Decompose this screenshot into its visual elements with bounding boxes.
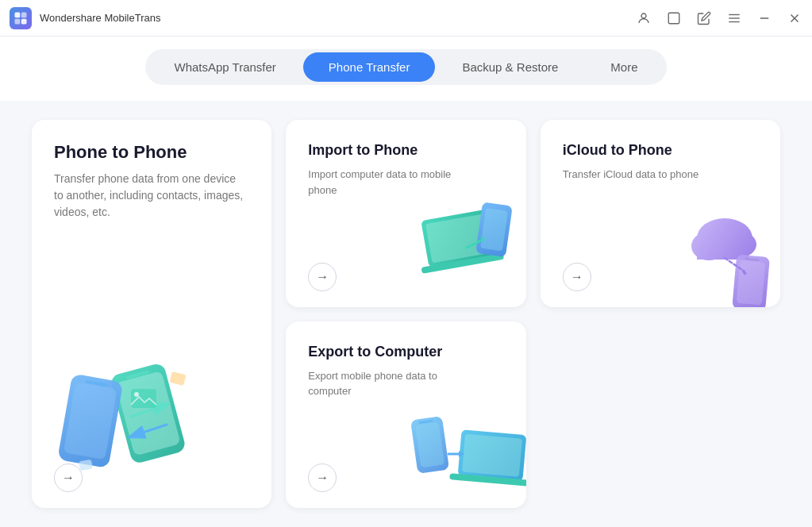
card-phone-to-phone-arrow[interactable]: → bbox=[54, 464, 83, 492]
card-phone-to-phone-title: Phone to Phone bbox=[54, 142, 249, 163]
edit-icon[interactable] bbox=[696, 10, 712, 26]
nav-tabs: WhatsApp Transfer Phone Transfer Backup … bbox=[145, 49, 666, 85]
main-content: WhatsApp Transfer Phone Transfer Backup … bbox=[0, 37, 812, 527]
card-import-to-phone[interactable]: Import to Phone Import computer data to … bbox=[286, 120, 525, 307]
svg-rect-13 bbox=[115, 371, 181, 456]
svg-rect-3 bbox=[21, 18, 27, 24]
card-export-to-computer[interactable]: Export to Computer Export mobile phone d… bbox=[286, 321, 525, 509]
nav-spacer bbox=[0, 85, 812, 101]
phone-to-phone-illustration bbox=[48, 325, 238, 468]
card-icloud-arrow[interactable]: → bbox=[563, 263, 591, 291]
card-phone-to-phone-desc: Transfer phone data from one device to a… bbox=[54, 171, 244, 221]
svg-rect-0 bbox=[15, 12, 21, 17]
cards-grid: Phone to Phone Transfer phone data from … bbox=[0, 101, 812, 527]
minimize-button[interactable] bbox=[756, 10, 772, 26]
tab-more[interactable]: More bbox=[585, 52, 663, 82]
nav-bar: WhatsApp Transfer Phone Transfer Backup … bbox=[0, 37, 812, 85]
svg-rect-20 bbox=[131, 389, 156, 408]
window-icon[interactable] bbox=[666, 10, 682, 26]
user-icon[interactable] bbox=[636, 10, 652, 26]
tab-backup[interactable]: Backup & Restore bbox=[437, 52, 583, 82]
close-button[interactable] bbox=[787, 10, 802, 26]
svg-rect-33 bbox=[737, 260, 766, 305]
card-export-desc: Export mobile phone data to computer bbox=[308, 368, 467, 399]
card-icloud-desc: Transfer iCloud data to phone bbox=[563, 167, 722, 183]
menu-icon[interactable] bbox=[726, 10, 742, 26]
card-import-desc: Import computer data to mobile phone bbox=[308, 167, 467, 198]
card-import-arrow[interactable]: → bbox=[308, 263, 337, 291]
svg-rect-40 bbox=[462, 434, 522, 477]
card-import-title: Import to Phone bbox=[308, 142, 503, 159]
card-icloud-title: iCloud to Phone bbox=[563, 142, 758, 159]
card-export-title: Export to Computer bbox=[308, 344, 503, 360]
card-icloud-to-phone[interactable]: iCloud to Phone Transfer iCloud data to … bbox=[541, 120, 780, 307]
svg-rect-2 bbox=[15, 18, 21, 24]
tab-whatsapp[interactable]: WhatsApp Transfer bbox=[148, 52, 301, 82]
window-controls bbox=[636, 10, 802, 26]
tab-phone[interactable]: Phone Transfer bbox=[303, 52, 436, 82]
svg-rect-18 bbox=[169, 371, 186, 386]
icloud-illustration bbox=[669, 204, 772, 299]
import-illustration bbox=[415, 196, 518, 299]
svg-point-4 bbox=[641, 13, 646, 18]
card-phone-to-phone[interactable]: Phone to Phone Transfer phone data from … bbox=[32, 120, 271, 508]
svg-rect-5 bbox=[668, 13, 679, 24]
svg-point-21 bbox=[134, 392, 139, 397]
export-illustration bbox=[407, 397, 518, 500]
svg-rect-1 bbox=[21, 12, 27, 17]
app-logo bbox=[10, 7, 32, 29]
app-title: Wondershare MobileTrans bbox=[40, 12, 636, 24]
card-export-arrow[interactable]: → bbox=[308, 464, 337, 492]
titlebar: Wondershare MobileTrans bbox=[0, 0, 812, 37]
